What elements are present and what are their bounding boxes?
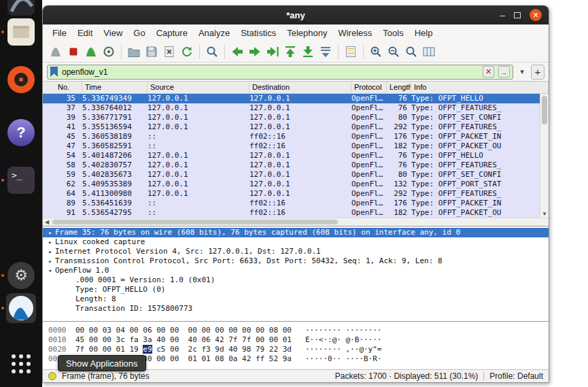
- packet-row[interactable]: 585.402830757127.0.0.1127.0.0.1OpenFl…76…: [43, 161, 540, 170]
- packet-row[interactable]: 395.336771791127.0.0.1127.0.0.1OpenFl…80…: [43, 113, 540, 122]
- filter-bookmark-icon[interactable]: [50, 67, 58, 77]
- cell-no: 47: [43, 141, 82, 151]
- reload-icon[interactable]: [178, 43, 196, 61]
- expander-icon[interactable]: ▾: [46, 266, 55, 275]
- title-bar[interactable]: *any – ✕: [43, 5, 549, 24]
- resize-columns-icon[interactable]: [420, 43, 438, 61]
- detail-line[interactable]: ▾OpenFlow 1.0: [43, 266, 549, 275]
- dock-item-settings[interactable]: ⚙: [5, 260, 37, 291]
- menu-file[interactable]: File: [47, 27, 72, 39]
- zoom-out-icon[interactable]: [385, 43, 402, 61]
- packet-list-vscrollbar[interactable]: ▼: [540, 94, 549, 218]
- display-filter-field[interactable]: ✕ →: [47, 65, 513, 80]
- column-header-source[interactable]: Source: [148, 82, 249, 93]
- packet-row[interactable]: 355.336749349127.0.0.1127.0.0.1OpenFl…76…: [43, 94, 540, 103]
- save-file-icon[interactable]: [143, 43, 160, 61]
- detail-line[interactable]: ▸Frame 35: 76 bytes on wire (608 bits), …: [43, 228, 549, 237]
- column-header-destination[interactable]: Destination: [249, 82, 351, 93]
- packet-row[interactable]: 645.411300980127.0.0.1127.0.0.1OpenFl…29…: [43, 189, 540, 199]
- column-header-protocol[interactable]: Protocol: [351, 82, 387, 93]
- menu-view[interactable]: View: [98, 27, 128, 39]
- status-profile-text[interactable]: Profile: Default: [489, 371, 543, 381]
- menu-analyze[interactable]: Analyze: [193, 27, 235, 39]
- detail-line[interactable]: ▸Linux cooked capture: [43, 237, 549, 247]
- menu-help[interactable]: Help: [409, 27, 438, 39]
- capture-options-icon[interactable]: [100, 43, 118, 61]
- cell-time: 5.536542795: [82, 208, 148, 218]
- dock-item-wireshark[interactable]: [5, 292, 37, 324]
- go-back-icon[interactable]: [228, 43, 246, 61]
- expert-info-icon[interactable]: [48, 372, 56, 380]
- detail-line[interactable]: ▸Internet Protocol Version 4, Src: 127.0…: [43, 247, 549, 256]
- packet-row[interactable]: 455.360538189::ff02::16OpenFl…176Type: O…: [43, 132, 540, 141]
- column-header-time[interactable]: Time: [82, 82, 148, 93]
- column-header-length[interactable]: Length: [387, 82, 411, 93]
- zoom-normal-icon[interactable]: [402, 43, 420, 61]
- menu-telephony[interactable]: Telephony: [281, 27, 332, 39]
- menu-wireless[interactable]: Wireless: [332, 27, 377, 39]
- open-file-icon[interactable]: [125, 43, 143, 61]
- display-filter-input[interactable]: [62, 67, 479, 77]
- menu-tools[interactable]: Tools: [377, 27, 409, 39]
- scroll-down-icon[interactable]: ▼: [540, 211, 549, 217]
- dock-item-media-player[interactable]: [5, 64, 37, 95]
- minimize-button[interactable]: –: [500, 12, 505, 18]
- expander-icon[interactable]: ▸: [46, 247, 55, 256]
- expander-icon[interactable]: ▸: [46, 237, 55, 247]
- column-header-info[interactable]: Info: [411, 82, 549, 93]
- cell-info: Type: OFPT_PACKET_OU: [411, 208, 540, 218]
- cell-info: Type: OFPT_PACKET_OU: [411, 141, 540, 151]
- capture-stop-icon[interactable]: [65, 43, 82, 61]
- expander-icon[interactable]: ▸: [46, 256, 55, 266]
- menu-capture[interactable]: Capture: [151, 27, 193, 39]
- menu-go[interactable]: Go: [128, 27, 150, 39]
- detail-line[interactable]: ▸Transmission Control Protocol, Src Port…: [43, 256, 549, 266]
- dock-item-show-applications[interactable]: [5, 348, 37, 380]
- packet-row[interactable]: 415.355136594127.0.0.1127.0.0.1OpenFl…29…: [43, 122, 540, 132]
- go-first-icon[interactable]: [281, 43, 299, 61]
- menu-statistics[interactable]: Statistics: [235, 27, 281, 39]
- hscroll-thumb[interactable]: [52, 220, 338, 224]
- hex-row[interactable]: 000000 00 03 04 00 06 00 00 00 00 00 00 …: [43, 326, 549, 335]
- menu-edit[interactable]: Edit: [72, 27, 98, 39]
- expander-icon[interactable]: ▸: [46, 228, 55, 237]
- packet-row[interactable]: 625.409535389127.0.0.1127.0.0.1OpenFl…13…: [43, 180, 540, 189]
- capture-start-icon[interactable]: [47, 43, 65, 61]
- filter-apply-icon[interactable]: →: [498, 66, 510, 78]
- detail-line[interactable]: Length: 8: [43, 295, 549, 304]
- find-packet-icon[interactable]: [203, 43, 221, 61]
- dock-item-help[interactable]: ?: [5, 117, 37, 148]
- packet-row[interactable]: 375.336764012127.0.0.1127.0.0.1OpenFl…76…: [43, 103, 540, 113]
- detail-line[interactable]: Type: OFPT_HELLO (0): [43, 285, 549, 295]
- packet-list-hscrollbar[interactable]: ◀: [43, 218, 549, 226]
- goto-packet-icon[interactable]: [264, 43, 281, 61]
- vscroll-thumb[interactable]: [542, 96, 547, 124]
- hex-row[interactable]: 001045 00 00 3c fa 3a 40 00 40 06 42 7f …: [43, 335, 549, 345]
- cell-no: 39: [43, 113, 82, 122]
- detail-line[interactable]: .000 0001 = Version: 1.0 (0x01): [43, 275, 549, 285]
- dock-item-terminal[interactable]: >_: [5, 165, 37, 196]
- packet-row[interactable]: 895.536451639::ff02::16OpenFl…176Type: O…: [43, 199, 540, 208]
- dock-item-unknown[interactable]: [5, 0, 37, 18]
- colorize-icon[interactable]: [342, 43, 360, 61]
- packet-row[interactable]: 595.402835673127.0.0.1127.0.0.1OpenFl…80…: [43, 170, 540, 180]
- go-last-icon[interactable]: [299, 43, 317, 61]
- go-forward-icon[interactable]: [246, 43, 264, 61]
- packet-row[interactable]: 915.536542795::ff02::16OpenFl…182Type: O…: [43, 208, 540, 218]
- auto-scroll-icon[interactable]: [317, 43, 334, 61]
- hex-row[interactable]: 00207f 00 00 01 19 e9 c5 00 2c f3 9d 40 …: [43, 345, 549, 354]
- maximize-button[interactable]: [514, 12, 521, 18]
- capture-restart-icon[interactable]: [82, 43, 100, 61]
- dock-item-files[interactable]: [5, 16, 37, 48]
- scroll-left-icon[interactable]: ◀: [45, 219, 49, 225]
- packet-row[interactable]: 545.401487206127.0.0.1127.0.0.1OpenFl…76…: [43, 151, 540, 161]
- filter-clear-icon[interactable]: ✕: [483, 66, 494, 78]
- close-file-icon[interactable]: [160, 43, 178, 61]
- filter-add-button[interactable]: +: [531, 65, 544, 80]
- detail-line[interactable]: Transaction ID: 1575800773: [43, 304, 549, 314]
- column-header-no[interactable]: No.: [43, 82, 82, 93]
- packet-row[interactable]: 475.360582591::ff02::16OpenFl…182Type: O…: [43, 141, 540, 151]
- zoom-in-icon[interactable]: [367, 43, 385, 61]
- filter-dropdown-icon[interactable]: ▾: [517, 67, 528, 76]
- close-button[interactable]: ✕: [530, 9, 542, 21]
